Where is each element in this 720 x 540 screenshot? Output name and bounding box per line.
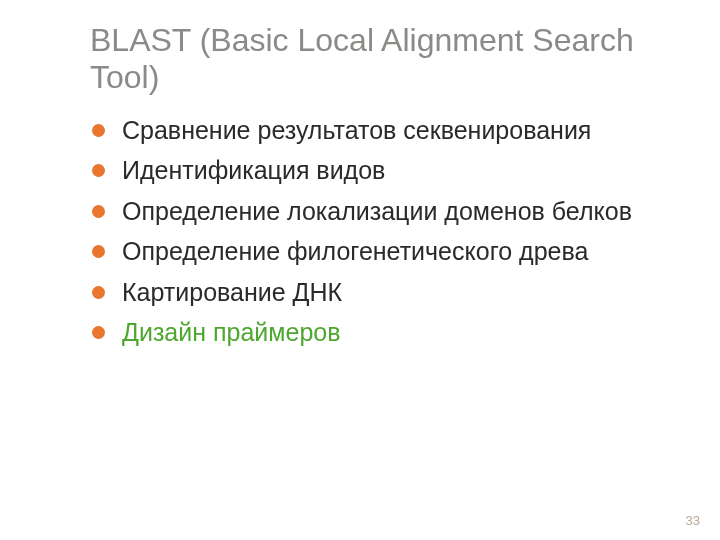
bullet-text: Определение филогенетического древа bbox=[122, 237, 588, 265]
bullet-icon bbox=[92, 124, 105, 137]
list-item: Идентификация видов bbox=[122, 154, 660, 187]
bullet-list: Сравнение результатов секвенирования Иде… bbox=[90, 114, 660, 349]
list-item-highlight: Дизайн праймеров bbox=[122, 316, 660, 349]
bullet-text: Идентификация видов bbox=[122, 156, 385, 184]
bullet-text: Определение локализации доменов белков bbox=[122, 197, 632, 225]
slide-container: BLAST (Basic Local Alignment Search Tool… bbox=[0, 0, 720, 377]
bullet-icon bbox=[92, 164, 105, 177]
bullet-text: Картирование ДНК bbox=[122, 278, 342, 306]
list-item: Картирование ДНК bbox=[122, 276, 660, 309]
bullet-icon bbox=[92, 286, 105, 299]
list-item: Определение локализации доменов белков bbox=[122, 195, 660, 228]
bullet-icon bbox=[92, 205, 105, 218]
slide-title: BLAST (Basic Local Alignment Search Tool… bbox=[90, 22, 660, 96]
page-number: 33 bbox=[686, 513, 700, 528]
bullet-icon bbox=[92, 245, 105, 258]
bullet-icon bbox=[92, 326, 105, 339]
bullet-text: Сравнение результатов секвенирования bbox=[122, 116, 591, 144]
list-item: Определение филогенетического древа bbox=[122, 235, 660, 268]
bullet-text: Дизайн праймеров bbox=[122, 318, 340, 346]
list-item: Сравнение результатов секвенирования bbox=[122, 114, 660, 147]
